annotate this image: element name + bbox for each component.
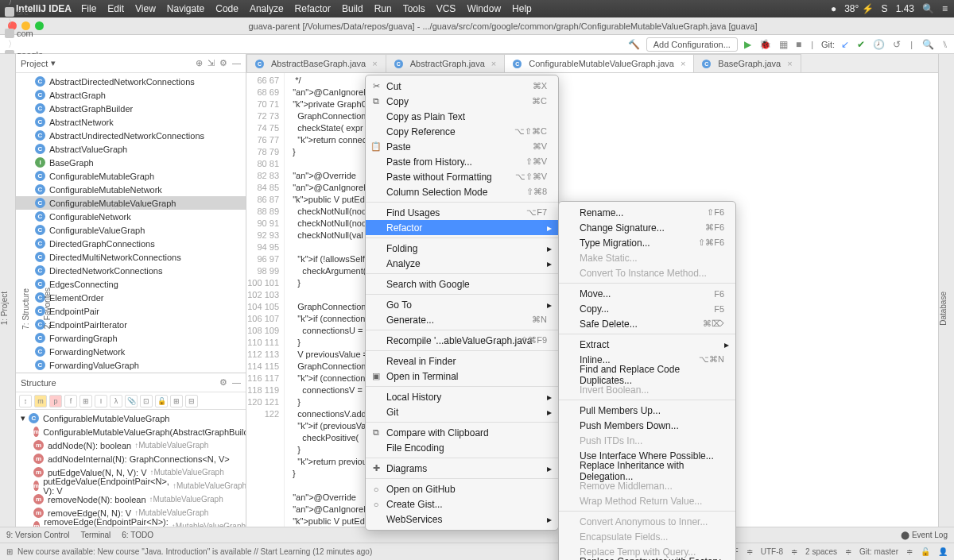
clock[interactable]: 1.43 — [896, 3, 914, 14]
menu-item[interactable]: Paste from History...⇧⌘V — [366, 154, 558, 169]
menu-item[interactable]: Copy as Plain Text — [366, 109, 558, 124]
editor-context-menu[interactable]: ✂Cut⌘X⧉Copy⌘CCopy as Plain TextCopy Refe… — [365, 75, 559, 531]
run-config-dropdown[interactable]: Add Configuration... — [646, 37, 738, 52]
menu-window[interactable]: Window — [467, 3, 501, 14]
menu-item[interactable]: Local History▸ — [366, 389, 558, 404]
status-message[interactable]: New course available: New course "Java. … — [17, 547, 372, 556]
structure-item[interactable]: maddNode(N): boolean↑MutableValueGraph — [16, 438, 246, 452]
wifi-icon[interactable]: S — [882, 3, 888, 14]
structure-item[interactable]: mremoveNode(N): boolean↑MutableValueGrap… — [16, 492, 246, 506]
tree-item[interactable]: CConfigurableNetwork — [16, 210, 246, 223]
menu-item[interactable]: ✚Diagrams▸ — [366, 461, 558, 476]
menu-item[interactable]: Extract▸ — [559, 337, 735, 352]
refactor-submenu[interactable]: Rename...⇧F6Change Signature...⌘F6Type M… — [558, 201, 736, 560]
tree-item[interactable]: CAbstractGraphBuilder — [16, 102, 246, 115]
terminal-tool[interactable]: Terminal — [81, 531, 111, 539]
menu-item[interactable]: WebServices▸ — [366, 512, 558, 527]
spotlight-icon[interactable]: 🔍 — [922, 3, 934, 14]
tree-item[interactable]: CConfigurableMutableValueGraph — [16, 196, 246, 210]
filter-icon[interactable]: ⊡ — [140, 395, 153, 407]
menu-item[interactable]: Pull Members Up... — [559, 403, 735, 418]
lock-icon[interactable]: 🔓 — [921, 547, 930, 556]
tree-item[interactable]: CAbstractUndirectedNetworkConnections — [16, 129, 246, 142]
expand-icon[interactable]: ⊞ — [170, 395, 183, 407]
tree-item[interactable]: CConfigurableValueGraph — [16, 223, 246, 237]
menu-item[interactable]: Copy...F5 — [559, 301, 735, 316]
version-control-tool[interactable]: 9: Version Control — [6, 531, 70, 539]
menu-item[interactable]: ✂Cut⌘X — [366, 79, 558, 94]
close-tab-icon[interactable]: × — [491, 59, 496, 68]
menu-item[interactable]: Move...F6 — [559, 286, 735, 301]
tool-tab[interactable]: 1: Project — [0, 292, 9, 325]
close-tab-icon[interactable]: × — [372, 59, 377, 68]
menu-item[interactable]: Folding▸ — [366, 241, 558, 256]
sort-icon[interactable]: ↕ — [19, 395, 32, 407]
menu-tools[interactable]: Tools — [403, 3, 425, 14]
menu-item[interactable]: Rename...⇧F6 — [559, 205, 735, 220]
close-tab-icon[interactable]: × — [787, 59, 792, 68]
ide-settings-icon[interactable]: ⑊ — [940, 39, 949, 50]
menu-analyze[interactable]: Analyze — [250, 3, 284, 14]
tree-item[interactable]: CDirectedNetworkConnections — [16, 264, 246, 277]
coverage-icon[interactable]: ▦ — [778, 39, 789, 50]
vcs-revert-icon[interactable]: ↺ — [891, 39, 902, 50]
tree-item[interactable]: CForwardingNetwork — [16, 345, 246, 358]
status-indent[interactable]: 2 spaces — [805, 547, 837, 556]
debug-icon[interactable]: 🐞 — [758, 39, 773, 50]
menu-item[interactable]: Git▸ — [366, 404, 558, 419]
search-everywhere-icon[interactable]: 🔍 — [921, 39, 936, 50]
breadcrumb-item[interactable]: src — [5, 7, 143, 17]
structure-root[interactable]: ConfigurableMutableValueGraph — [43, 414, 169, 423]
editor-tab[interactable]: CConfigurableMutableValueGraph.java× — [504, 54, 694, 72]
hide-panel-icon[interactable]: — — [232, 58, 241, 68]
collapse-icon[interactable]: ⊟ — [185, 395, 198, 407]
tree-item[interactable]: CAbstractValueGraph — [16, 142, 246, 156]
menu-item[interactable]: ○Open on GitHub — [366, 481, 558, 496]
settings-gear-icon[interactable]: ⚙ — [219, 377, 227, 388]
menu-item[interactable]: Change Signature...⌘F6 — [559, 220, 735, 235]
menu-item[interactable]: Push Members Down... — [559, 418, 735, 433]
editor-gutter[interactable]: 66 67 68 69 70 71 72 73 74 75 76 77 78 7… — [246, 73, 285, 539]
tree-item[interactable]: CAbstractGraph — [16, 88, 246, 102]
filter-icon[interactable]: ⊞ — [80, 395, 92, 407]
menu-help[interactable]: Help — [512, 3, 532, 14]
editor-tab[interactable]: CAbstractGraph.java× — [386, 54, 506, 72]
filter-icon[interactable]: f — [64, 395, 77, 407]
settings-gear-icon[interactable]: ⚙ — [219, 58, 227, 68]
tree-item[interactable]: IBaseGraph — [16, 156, 246, 169]
tree-item[interactable]: CAbstractNetwork — [16, 115, 246, 129]
build-icon[interactable]: 🔨 — [626, 39, 642, 50]
tree-item[interactable]: CAbstractDirectedNetworkConnections — [16, 75, 246, 88]
menu-item[interactable]: Paste without Formatting⌥⇧⌘V — [366, 169, 558, 184]
toggle-tools-icon[interactable]: ⊞ — [6, 547, 13, 556]
menu-item[interactable]: Go To▸ — [366, 297, 558, 312]
breadcrumb-item[interactable]: com — [5, 29, 143, 38]
editor-tab[interactable]: CAbstractBaseGraph.java× — [246, 54, 386, 72]
tree-item[interactable]: CConfigurableMutableNetwork — [16, 183, 246, 196]
tool-tab[interactable]: 2: Favorites — [43, 288, 52, 329]
menu-item[interactable]: ⧉Copy⌘C — [366, 94, 558, 109]
tree-item[interactable]: CConfigurableMutableGraph — [16, 169, 246, 183]
filter-icon[interactable]: 📎 — [125, 395, 138, 407]
scroll-from-source-icon[interactable]: ⊕ — [196, 58, 203, 68]
structure-item[interactable]: maddNodeInternal(N): GraphConnections<N,… — [16, 452, 246, 465]
run-icon[interactable]: ▶ — [743, 39, 753, 50]
tree-item[interactable]: CDirectedGraphConnections — [16, 237, 246, 250]
vcs-update-icon[interactable]: ↙ — [840, 39, 851, 50]
menu-build[interactable]: Build — [342, 3, 363, 14]
menu-item[interactable]: Reveal in Finder — [366, 353, 558, 369]
filter-icon[interactable]: m — [34, 395, 47, 407]
menu-item[interactable]: Recompile '...ableValueGraph.java'⇧⌘F9 — [366, 333, 558, 348]
menu-item[interactable]: ▣Open in Terminal — [366, 369, 558, 384]
menu-code[interactable]: Code — [215, 3, 238, 14]
close-tab-icon[interactable]: × — [681, 59, 685, 68]
filter-icon[interactable]: 🔓 — [155, 395, 168, 407]
menu-item[interactable]: Type Migration...⇧⌘F6 — [559, 235, 735, 250]
hide-panel-icon[interactable]: — — [232, 377, 241, 388]
filter-icon[interactable]: I — [95, 395, 107, 407]
todo-tool[interactable]: 6: TODO — [122, 531, 153, 539]
stop-icon[interactable]: ■ — [794, 39, 803, 50]
menu-item[interactable]: File Encoding — [366, 440, 558, 455]
hector-icon[interactable]: 👤 — [938, 547, 948, 556]
tool-tab[interactable]: Database — [939, 292, 948, 326]
